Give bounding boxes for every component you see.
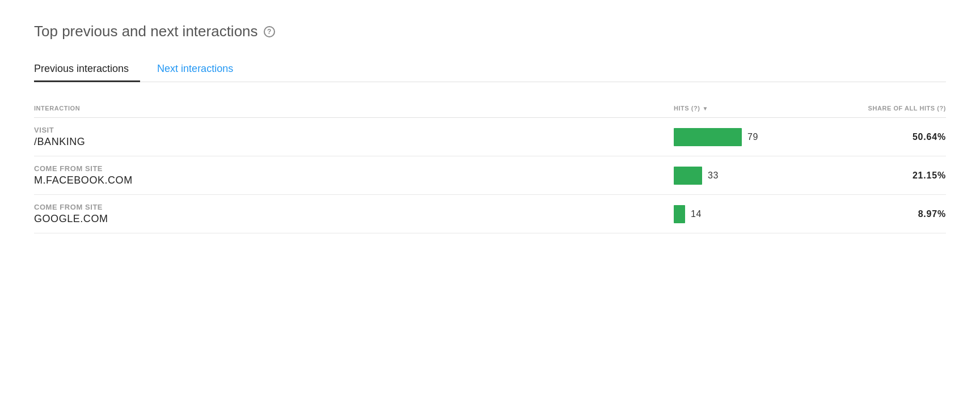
table-row: Come from site m.facebook.com 33 21.15% (34, 156, 946, 195)
table-row: Come from site google.com 14 8.97% (34, 195, 946, 233)
row-share-0: 50.64% (821, 132, 946, 142)
row-interaction-2: Come from site google.com (34, 203, 674, 225)
interactions-table: INTERACTION HITS (?) ▼ SHARE OF ALL HITS… (34, 99, 946, 233)
row-interaction-0: Visit /banking (34, 126, 674, 148)
bar-2 (674, 205, 685, 223)
col-header-interaction: INTERACTION (34, 105, 674, 112)
tab-next-interactions[interactable]: Next interactions (157, 57, 244, 82)
hits-value-0: 79 (747, 132, 758, 142)
bar-1 (674, 167, 702, 185)
bar-container-2 (674, 205, 685, 223)
page-title: Top previous and next interactions (34, 23, 258, 40)
hits-value-1: 33 (708, 171, 719, 181)
row-hits-0: 79 (674, 128, 821, 146)
tab-previous-interactions[interactable]: Previous interactions (34, 57, 140, 82)
help-icon[interactable]: ? (264, 26, 275, 37)
table-header: INTERACTION HITS (?) ▼ SHARE OF ALL HITS… (34, 99, 946, 118)
row-hits-1: 33 (674, 167, 821, 185)
row-type-0: Visit (34, 126, 674, 134)
sort-arrow-icon[interactable]: ▼ (703, 105, 708, 112)
col-header-share: SHARE OF ALL HITS (?) (821, 105, 946, 112)
bar-container-1 (674, 167, 702, 185)
row-hits-2: 14 (674, 205, 821, 223)
row-name-0: /banking (34, 136, 674, 148)
row-interaction-1: Come from site m.facebook.com (34, 164, 674, 186)
col-header-hits: HITS (?) ▼ (674, 105, 821, 112)
table-row: Visit /banking 79 50.64% (34, 118, 946, 156)
row-type-1: Come from site (34, 164, 674, 173)
hits-value-2: 14 (691, 209, 702, 219)
page-container: Top previous and next interactions ? Pre… (34, 23, 946, 233)
row-share-2: 8.97% (821, 209, 946, 219)
row-type-2: Come from site (34, 203, 674, 211)
title-row: Top previous and next interactions ? (34, 23, 946, 40)
row-name-2: google.com (34, 213, 674, 225)
bar-0 (674, 128, 742, 146)
row-name-1: m.facebook.com (34, 175, 674, 186)
bar-container-0 (674, 128, 742, 146)
row-share-1: 21.15% (821, 171, 946, 181)
tabs-row: Previous interactions Next interactions (34, 57, 946, 82)
